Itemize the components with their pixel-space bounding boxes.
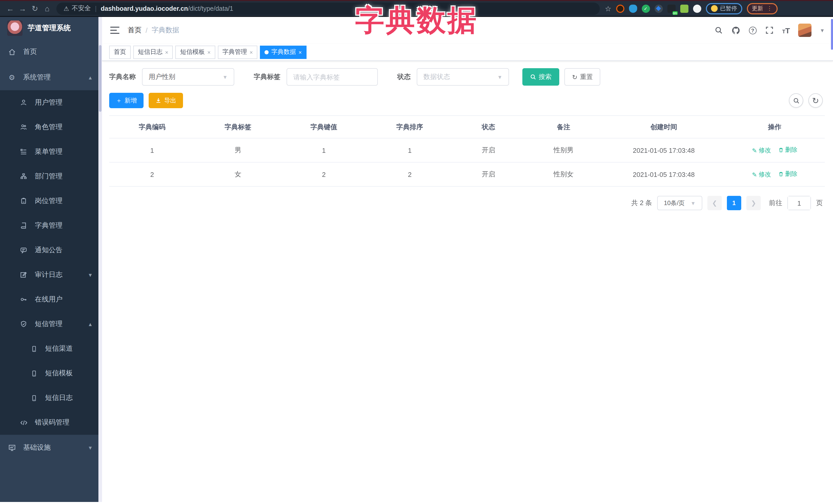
extension-icon-blue-drop[interactable] [629, 4, 637, 13]
sidebar-item-notice[interactable]: 通知公告 [0, 238, 102, 263]
sidebar-item-sms-channel[interactable]: 短信渠道 [0, 336, 102, 361]
edit-link[interactable]: ✎修改 [752, 170, 771, 179]
close-icon[interactable]: × [299, 49, 302, 55]
pencil-icon: ✎ [752, 147, 757, 154]
browser-update-button[interactable]: 更新 ⋮ [747, 3, 777, 14]
search-icon[interactable] [714, 26, 723, 35]
chevron-up-icon: ▲ [88, 321, 93, 327]
insecure-warning-icon: ⚠ [64, 5, 69, 12]
add-button[interactable]: ＋ 新增 [109, 93, 144, 108]
extension-icon-on-badge[interactable]: on [667, 4, 675, 13]
browser-home-icon[interactable]: ⌂ [41, 4, 53, 13]
table-row: 2 女 2 2 开启 性别女 2021-01-05 17:03:48 ✎修改 删… [109, 162, 825, 186]
tag-home[interactable]: 首页 [109, 45, 131, 59]
trash-icon [778, 171, 784, 177]
help-icon[interactable]: ? [749, 26, 757, 34]
gear-icon: ⚙ [8, 73, 16, 81]
font-size-icon[interactable]: TT [782, 26, 790, 34]
tag-dict-data[interactable]: 字典数据× [260, 45, 307, 59]
sidebar-item-sms-log[interactable]: 短信日志 [0, 386, 102, 410]
close-icon[interactable]: × [207, 49, 211, 55]
goto-page-input-wrap [787, 196, 811, 210]
fullscreen-icon[interactable] [765, 26, 774, 35]
id-badge-icon [20, 197, 28, 205]
sidebar-item-label: 系统管理 [23, 73, 51, 82]
extension-icon-green-check[interactable]: ✓ [642, 4, 650, 13]
browser-back-icon[interactable]: ← [4, 4, 17, 13]
close-icon[interactable]: × [165, 49, 168, 55]
pagination: 共 2 条 10条/页 ▼ ❮ 1 ❯ 前往 页 [109, 196, 825, 210]
sidebar-item-menu-mgmt[interactable]: 菜单管理 [0, 140, 102, 164]
trash-icon [778, 147, 784, 153]
sidebar-item-role-mgmt[interactable]: 角色管理 [0, 115, 102, 140]
sidebar-item-label: 角色管理 [35, 123, 63, 132]
page-number-button[interactable]: 1 [727, 196, 741, 210]
next-page-button[interactable]: ❯ [746, 196, 761, 210]
extension-icon-green-puzzle[interactable] [680, 4, 688, 13]
browser-forward-icon[interactable]: → [17, 4, 29, 13]
col-dict-code: 字典编码 [109, 116, 195, 138]
sidebar-item-post-mgmt[interactable]: 岗位管理 [0, 189, 102, 213]
sidebar-item-system[interactable]: ⚙ 系统管理 ▲ [0, 65, 102, 90]
breadcrumb-home[interactable]: 首页 [128, 26, 142, 35]
sidebar-item-user-mgmt[interactable]: 用户管理 [0, 90, 102, 115]
extension-icon-orange[interactable] [616, 4, 624, 13]
dictionary-book-icon [20, 221, 28, 230]
cell-actions: ✎修改 删除 [724, 138, 825, 162]
sidebar-item-infrastructure[interactable]: 基础设施 ▼ [0, 435, 102, 460]
address-bar[interactable]: ⚠ 不安全 | dashboard.yudao.iocoder.cn /dict… [56, 2, 600, 15]
sidebar-item-label: 基础设施 [23, 443, 51, 452]
chevron-down-icon: ▼ [690, 200, 696, 206]
tag-sms-template[interactable]: 短信模板× [175, 45, 215, 59]
browser-menu-kebab-icon[interactable]: ⋮ [767, 5, 772, 12]
tags-view-bar: 首页 短信日志× 短信模板× 字典管理× 字典数据× [102, 44, 833, 61]
avatar[interactable] [798, 24, 811, 37]
sidebar-item-label: 短信日志 [45, 393, 73, 403]
sidebar-item-sms-mgmt[interactable]: 短信管理 ▲ [0, 312, 102, 336]
reset-button[interactable]: ↻ 重置 [564, 68, 600, 86]
page-scrollbar-thumb[interactable] [831, 19, 833, 50]
sidebar-item-dict-mgmt[interactable]: 字典管理 [0, 213, 102, 238]
github-icon[interactable] [732, 26, 741, 35]
sidebar-item-label: 字典管理 [35, 221, 63, 230]
search-button[interactable]: 搜索 [522, 68, 559, 86]
prev-page-button[interactable]: ❮ [708, 196, 722, 210]
extensions-puzzle-icon[interactable] [693, 4, 701, 13]
profile-paused-badge[interactable]: 已暂停 [706, 3, 742, 14]
sidebar-item-errcode-mgmt[interactable]: 错误码管理 [0, 410, 102, 435]
goto-page-input[interactable] [788, 196, 810, 210]
sidebar-item-online-users[interactable]: 在线用户 [0, 287, 102, 312]
sidebar-item-label: 错误码管理 [35, 418, 69, 427]
sidebar-item-label: 菜单管理 [35, 147, 63, 157]
bookmark-star-icon[interactable]: ☆ [605, 4, 611, 13]
status-select[interactable]: 数据状态 ▼ [417, 68, 509, 86]
security-label: 不安全 [72, 4, 91, 13]
delete-link[interactable]: 删除 [778, 170, 798, 178]
app-logo-row[interactable]: 芋道管理系统 [0, 17, 102, 39]
page-size-select[interactable]: 10条/页 ▼ [657, 196, 702, 210]
cell-status: 开启 [453, 162, 524, 186]
edit-link[interactable]: ✎修改 [752, 146, 771, 155]
phone-icon [30, 369, 38, 377]
tag-sms-log[interactable]: 短信日志× [133, 45, 173, 59]
dict-name-select[interactable]: 用户性别 ▼ [142, 68, 234, 86]
chevron-down-icon[interactable]: ▼ [820, 27, 825, 33]
sidebar-collapse-icon[interactable] [110, 27, 119, 34]
sidebar-item-home[interactable]: 首页 [0, 39, 102, 65]
delete-link[interactable]: 删除 [778, 146, 798, 154]
sidebar-item-label: 首页 [23, 47, 37, 56]
tag-dict-mgmt[interactable]: 字典管理× [218, 45, 258, 59]
toggle-search-button[interactable] [789, 93, 803, 108]
sidebar-item-sms-template[interactable]: 短信模板 [0, 361, 102, 386]
export-button[interactable]: 导出 [149, 93, 183, 108]
active-dot [265, 50, 269, 54]
dict-tag-input[interactable] [293, 73, 371, 81]
refresh-table-button[interactable]: ↻ [808, 93, 823, 108]
extension-icon-blue-diamond[interactable] [654, 4, 663, 13]
sidebar-scrollbar[interactable] [98, 17, 102, 502]
sidebar-item-audit-log[interactable]: 审计日志 ▼ [0, 263, 102, 287]
browser-reload-icon[interactable]: ↻ [29, 4, 41, 13]
user-icon [20, 98, 28, 106]
close-icon[interactable]: × [249, 49, 253, 55]
sidebar-item-dept-mgmt[interactable]: 部门管理 [0, 164, 102, 189]
